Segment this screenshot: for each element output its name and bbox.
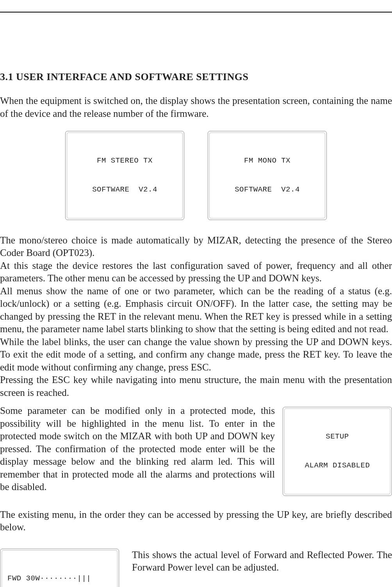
lcd-mono-line1: FM MONO TX: [210, 156, 325, 166]
section-title: 3.1 USER INTERFACE AND SOFTWARE SETTINGS: [0, 71, 392, 83]
lcd-fwd-line: FWD 30W········|||: [7, 574, 112, 583]
lcd-presentation-row: FM STEREO TX SOFTWARE V2.4 FM MONO TX SO…: [0, 131, 392, 220]
intro-paragraph: When the equipment is switched on, the d…: [0, 95, 392, 120]
lcd-stereo-line1: FM STEREO TX: [67, 156, 182, 166]
lcd-setup-line1: SETUP: [285, 432, 390, 442]
menu1-desc: This shows the actual level of Forward a…: [132, 549, 392, 574]
lcd-mono-line2: SOFTWARE V2.4: [210, 185, 325, 195]
lcd-fwd-ref-power: FWD 30W········||| REF 0W········|||: [0, 549, 119, 587]
lcd-mono: FM MONO TX SOFTWARE V2.4: [208, 131, 327, 220]
top-rule: [0, 12, 392, 13]
main-body-block: The mono/stereo choice is made automatic…: [0, 234, 392, 399]
lcd-setup: SETUP ALARM DISABLED: [283, 407, 392, 496]
lcd-stereo-line2: SOFTWARE V2.4: [67, 185, 182, 195]
menu-item-1: FWD 30W········||| REF 0W········||| Thi…: [0, 549, 392, 587]
lcd-stereo: FM STEREO TX SOFTWARE V2.4: [65, 131, 184, 220]
lcd-setup-line2: ALARM DISABLED: [285, 461, 390, 471]
menu-intro-paragraph: The existing menu, in the order they can…: [0, 508, 392, 534]
